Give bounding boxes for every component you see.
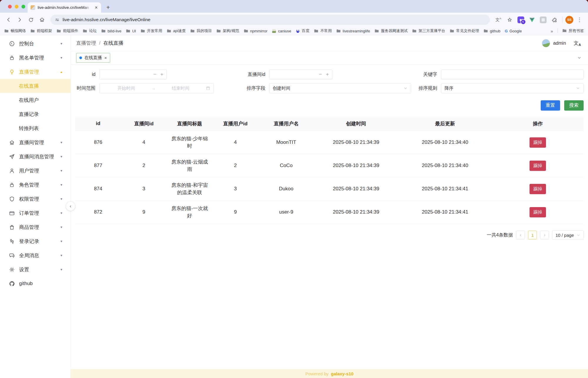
vue-devtools-icon[interactable] [527, 15, 537, 25]
tag-close-icon[interactable]: × [104, 56, 107, 60]
breadcrumb-parent[interactable]: 直播管理 [76, 40, 96, 46]
extension-disabled-icon[interactable] [538, 15, 548, 25]
folder-icon [190, 29, 195, 33]
bookmark-item[interactable]: npmmirror [244, 29, 267, 33]
minimize-window-button[interactable] [15, 5, 19, 9]
bookmark-item[interactable]: 畅指网络 [4, 28, 26, 34]
sidebar-item-order-manage[interactable]: 订单管理▼ [0, 206, 71, 220]
browser-tab[interactable]: live-admin.hsslive.cn/liveMan × [28, 2, 101, 13]
sidebar-subitem-forward-list[interactable]: 转推列表 [0, 121, 71, 135]
close-window-button[interactable] [8, 5, 12, 9]
user-avatar[interactable] [542, 39, 550, 47]
page-tag[interactable]: 在线直播 × [76, 53, 110, 63]
sidebar-collapse-button[interactable]: ‹ [66, 202, 75, 211]
sidebar-item-permission-manage[interactable]: 权限管理▼ [0, 192, 71, 206]
sidebar-subitem-live-online[interactable]: 在线直播 [0, 79, 71, 93]
bookmark-item[interactable]: 开发常用 [140, 28, 162, 34]
reload-icon[interactable] [26, 15, 36, 25]
kick-button[interactable]: 踢掉 [530, 137, 546, 148]
extensions-puzzle-icon[interactable] [549, 15, 559, 25]
page-size-select[interactable]: 10 / page [552, 230, 584, 240]
sidebar-item-github[interactable]: github [0, 277, 71, 291]
kick-button[interactable]: 踢掉 [530, 161, 546, 171]
forward-icon[interactable] [15, 15, 25, 25]
sidebar-item-settings[interactable]: 设置▼ [0, 262, 71, 277]
profile-avatar[interactable]: SS [565, 16, 573, 24]
kick-button[interactable]: 踢掉 [530, 184, 546, 194]
keyword-filter-input[interactable] [441, 69, 584, 79]
home-icon[interactable] [37, 15, 47, 25]
brand-link[interactable]: galaxy-s10 [331, 371, 354, 376]
bookmark-item[interactable]: 论坛 [83, 28, 97, 34]
breadcrumb-current: 在线直播 [103, 40, 123, 46]
bookmark-item[interactable]: 服务器网速测试 [374, 28, 408, 34]
sidebar-item-user-manage[interactable]: 用户管理▼ [0, 164, 71, 178]
increment-icon[interactable]: + [160, 71, 163, 77]
bookmark-item[interactable]: 百度 [296, 28, 309, 34]
bookmark-item[interactable]: api速查 [167, 28, 186, 34]
time-range-picker[interactable]: 开始时间 → 结束时间 [99, 83, 214, 93]
bookmark-item[interactable]: UI [126, 29, 136, 33]
bookmark-item[interactable]: GGoogle [505, 29, 522, 33]
current-page-button[interactable]: 1 [528, 231, 537, 239]
sidebar-item-room-manage[interactable]: 直播间管理▼ [0, 135, 71, 149]
window-controls [8, 5, 25, 9]
room-id-filter-input[interactable]: − + [269, 69, 332, 79]
maximize-window-button[interactable] [21, 5, 25, 9]
bookmark-item[interactable]: github [483, 29, 500, 33]
sort-rule-select[interactable]: 降序 [441, 83, 584, 93]
extension-purple-icon[interactable]: ◆6 [516, 15, 526, 25]
back-icon[interactable] [4, 15, 14, 25]
filter-form: id − + 直播间id − + 关键字 [75, 69, 584, 93]
sidebar-item-live-manage[interactable]: 直播管理▲ [0, 65, 71, 79]
bookmark-item[interactable]: 常见文件处理 [450, 28, 479, 34]
sidebar-item-console[interactable]: 控制台▼ [0, 36, 71, 51]
bookmark-item[interactable]: 不常用 [314, 28, 332, 34]
reset-button[interactable]: 重置 [541, 100, 560, 111]
bookmark-item[interactable]: 架构/规范 [216, 28, 239, 34]
sidebar-item-role-manage[interactable]: 角色管理▼ [0, 178, 71, 192]
browser-menu-icon[interactable]: ⋮ [574, 15, 584, 25]
table-action-cell: 踢掉 [492, 131, 584, 154]
translate-icon[interactable]: 文A [493, 15, 503, 25]
site-settings-icon[interactable] [55, 17, 60, 22]
sidebar-subitem-online-users[interactable]: 在线用户 [0, 93, 71, 107]
bookmark-item[interactable]: 我的项目 [190, 28, 212, 34]
sidebar-item-global-message[interactable]: 全局消息▼ [0, 248, 71, 262]
table-action-cell: 踢掉 [492, 177, 584, 201]
next-page-button[interactable]: › [540, 231, 549, 239]
id-filter-input[interactable]: − + [99, 69, 167, 79]
kick-button[interactable]: 踢掉 [530, 207, 546, 217]
arrow-up-icon: ▲ [60, 70, 63, 74]
tab-close-icon[interactable]: × [94, 5, 98, 10]
bookmark-item[interactable]: billd-live [101, 29, 121, 33]
decrement-icon[interactable]: − [319, 71, 322, 77]
bookmark-label: caniuse [278, 29, 291, 33]
bookmark-item[interactable]: caniuse [272, 29, 291, 33]
bookmark-item[interactable]: 前端插件 [56, 28, 78, 34]
bookmarks-overflow-icon[interactable]: » [551, 29, 553, 34]
new-tab-button[interactable]: + [104, 3, 112, 11]
bookmark-item[interactable]: 前端框架 [30, 28, 52, 34]
username[interactable]: admin [553, 41, 566, 46]
bookmark-item[interactable]: livestreaminglife [336, 29, 370, 33]
prev-page-button[interactable]: ‹ [516, 231, 525, 239]
bookmark-star-icon[interactable] [505, 15, 515, 25]
sidebar-item-room-message-manage[interactable]: 直播间消息管理▼ [0, 149, 71, 164]
decrement-icon[interactable]: − [153, 71, 156, 77]
sort-field-select[interactable]: 创建时间 [269, 83, 411, 93]
sidebar-subitem-live-record[interactable]: 直播记录 [0, 107, 71, 121]
sidebar-item-login-record[interactable]: 登录记录▼ [0, 234, 71, 248]
search-button[interactable]: 搜索 [564, 100, 584, 111]
tagbar-chevron-down-icon[interactable] [577, 56, 582, 60]
main-panel: 直播管理 / 在线直播 admin 文A 在线直播 × [71, 35, 588, 378]
sidebar-item-goods-manage[interactable]: 商品管理▼ [0, 220, 71, 234]
sidebar-item-blacklist[interactable]: 黑名单管理▼ [0, 51, 71, 65]
url-bar[interactable]: live-admin.hsslive.cn/liveManage/liveOnl… [51, 15, 490, 25]
wallet-icon [9, 210, 15, 216]
language-switch-icon[interactable]: 文A [574, 40, 581, 46]
bookmark-item[interactable]: 第三方直播平台 [412, 28, 445, 34]
all-bookmarks-button[interactable]: 所有书签 [562, 28, 584, 34]
bookmark-label: github [490, 29, 500, 33]
increment-icon[interactable]: + [326, 71, 329, 77]
